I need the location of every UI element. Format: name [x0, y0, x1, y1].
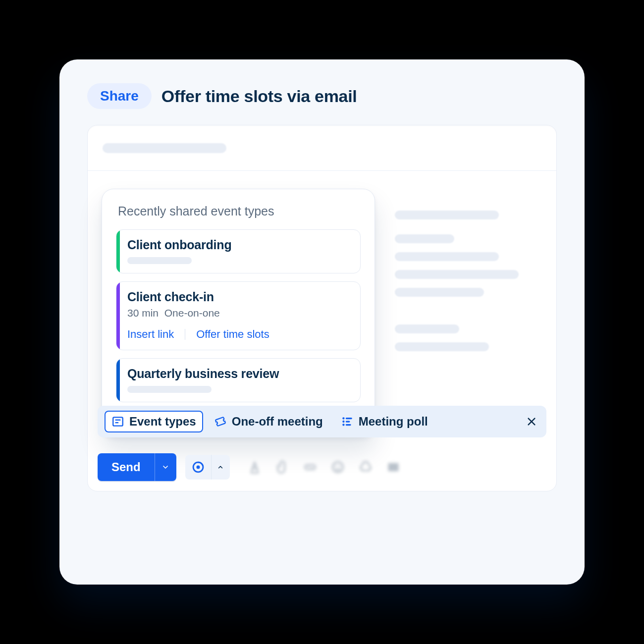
offer-time-slots-action[interactable]: Offer time slots [196, 328, 269, 341]
event-types-popup: Recently shared event types Client onboa… [102, 189, 375, 437]
chip-one-off-meeting[interactable]: One-off meeting [207, 411, 330, 432]
chip-label: Meeting poll [359, 415, 428, 429]
close-icon[interactable] [524, 414, 539, 429]
event-stripe [116, 359, 120, 402]
placeholder-line [127, 257, 192, 264]
svg-point-10 [196, 466, 200, 469]
image-icon[interactable] [386, 460, 400, 474]
calendly-button-group [185, 455, 230, 480]
event-stripe [116, 230, 120, 273]
chip-label: Event types [129, 415, 196, 429]
event-card-onboarding[interactable]: Client onboarding [116, 229, 361, 273]
placeholder-line [127, 386, 212, 393]
event-card-qbr[interactable]: Quarterly business review [116, 358, 361, 402]
svg-rect-15 [388, 463, 398, 471]
placeholder-line [395, 342, 489, 351]
text-format-icon[interactable] [248, 460, 262, 474]
placeholder-line [395, 270, 519, 279]
emoji-icon[interactable] [331, 460, 345, 474]
app-card: Share Offer time slots via email Recentl… [59, 59, 585, 585]
svg-point-7 [342, 424, 344, 426]
svg-rect-6 [345, 421, 350, 422]
chip-label: One-off meeting [232, 415, 323, 429]
svg-point-13 [335, 465, 337, 467]
event-title: Client onboarding [127, 238, 349, 252]
calendly-dropdown-caret[interactable] [211, 455, 230, 480]
placeholder-line [103, 143, 226, 153]
event-title: Client check-in [127, 290, 349, 304]
header: Share Offer time slots via email [59, 59, 585, 121]
event-title: Quarterly business review [127, 367, 349, 381]
event-stripe [116, 282, 120, 350]
svg-rect-4 [345, 418, 352, 419]
placeholder-line [395, 288, 484, 297]
svg-point-3 [342, 417, 344, 419]
link-icon[interactable] [303, 460, 317, 474]
compose-panel: Recently shared event types Client onboa… [87, 125, 557, 491]
event-actions: Insert link Offer time slots [127, 328, 349, 341]
drive-icon[interactable] [359, 460, 373, 474]
placeholder-line [395, 234, 454, 243]
event-duration: 30 min [127, 307, 159, 319]
svg-rect-0 [113, 417, 123, 426]
poll-icon [341, 415, 354, 428]
insert-link-action[interactable]: Insert link [127, 328, 174, 341]
chip-meeting-poll[interactable]: Meeting poll [334, 411, 435, 432]
send-dropdown-caret[interactable] [155, 453, 176, 481]
attachment-icon[interactable] [275, 460, 289, 474]
svg-rect-8 [345, 424, 351, 426]
svg-point-12 [332, 462, 343, 473]
share-pill[interactable]: Share [87, 83, 152, 109]
event-subtitle: 30 min One-on-one [127, 307, 349, 319]
placeholder-line [395, 211, 499, 219]
send-button[interactable]: Send [98, 453, 155, 481]
divider [185, 329, 185, 340]
placeholder-line [395, 324, 459, 333]
page-title: Offer time slots via email [161, 87, 357, 106]
scheduler-toolbar: Event types One-off meeting Meeting poll [98, 406, 546, 437]
placeholder-line [395, 252, 499, 261]
compose-bottom-bar: Send [98, 453, 546, 481]
event-types-icon [111, 415, 124, 428]
svg-point-14 [339, 465, 340, 467]
chip-event-types[interactable]: Event types [105, 411, 203, 432]
svg-point-5 [342, 421, 344, 423]
send-button-group: Send [98, 453, 176, 481]
calendly-button[interactable] [185, 455, 211, 480]
event-card-checkin[interactable]: Client check-in 30 min One-on-one Insert… [116, 281, 361, 350]
ticket-icon [214, 415, 227, 428]
popup-title: Recently shared event types [116, 204, 361, 218]
event-type: One-on-one [164, 307, 220, 319]
formatting-icons-blurred [248, 460, 400, 474]
